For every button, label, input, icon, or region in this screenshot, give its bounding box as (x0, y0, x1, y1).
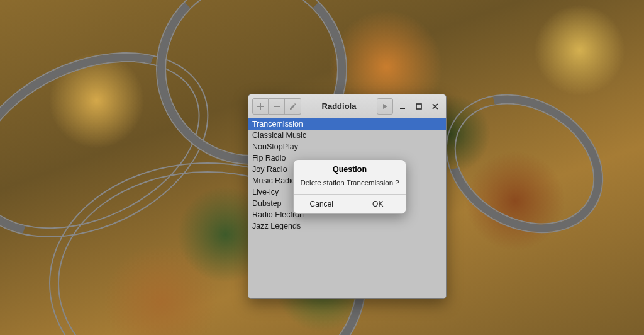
edit-button[interactable] (285, 98, 301, 115)
maximize-button[interactable] (414, 102, 423, 111)
minimize-icon (399, 103, 406, 110)
svg-rect-2 (416, 104, 421, 109)
maximize-icon (416, 103, 422, 110)
svg-rect-0 (274, 106, 280, 107)
toolbar-group-edit (252, 98, 301, 115)
dialog-buttons: Cancel OK (294, 194, 406, 213)
svg-rect-1 (400, 108, 405, 109)
plus-icon (257, 103, 264, 110)
dialog-title: Question (294, 160, 406, 176)
confirm-dialog: Question Delete station Trancemission ? … (293, 159, 406, 214)
close-icon (432, 103, 438, 110)
add-button[interactable] (252, 98, 269, 115)
window-title: Raddiola (304, 101, 374, 111)
cancel-button[interactable]: Cancel (294, 195, 350, 213)
window-controls (396, 102, 442, 111)
minus-icon (273, 103, 280, 110)
play-icon (382, 103, 388, 110)
minimize-button[interactable] (398, 102, 407, 111)
remove-button[interactable] (269, 98, 285, 115)
ok-button[interactable]: OK (350, 195, 406, 213)
close-button[interactable] (431, 102, 440, 111)
dialog-message: Delete station Trancemission ? (294, 176, 406, 194)
list-item[interactable]: NonStopPlay (248, 141, 446, 152)
play-button[interactable] (377, 98, 393, 115)
pencil-icon (289, 103, 297, 110)
list-item[interactable]: Jazz Legends (248, 220, 446, 232)
list-item[interactable]: Trancemission (248, 118, 446, 130)
list-item[interactable]: Classical Music (248, 130, 446, 141)
titlebar[interactable]: Raddiola (248, 94, 446, 118)
